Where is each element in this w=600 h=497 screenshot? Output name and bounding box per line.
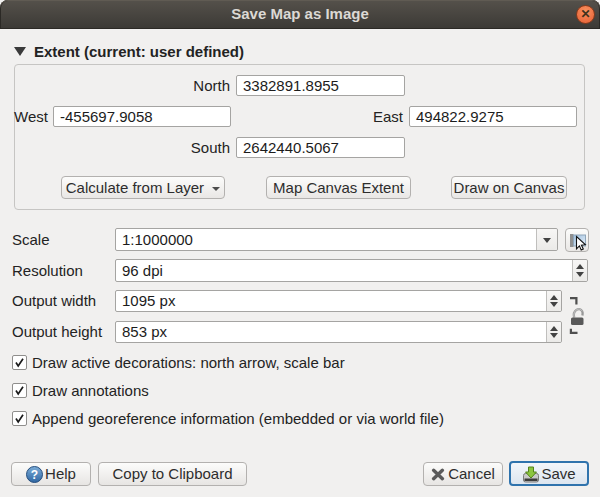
svg-text:?: ?	[31, 468, 38, 482]
